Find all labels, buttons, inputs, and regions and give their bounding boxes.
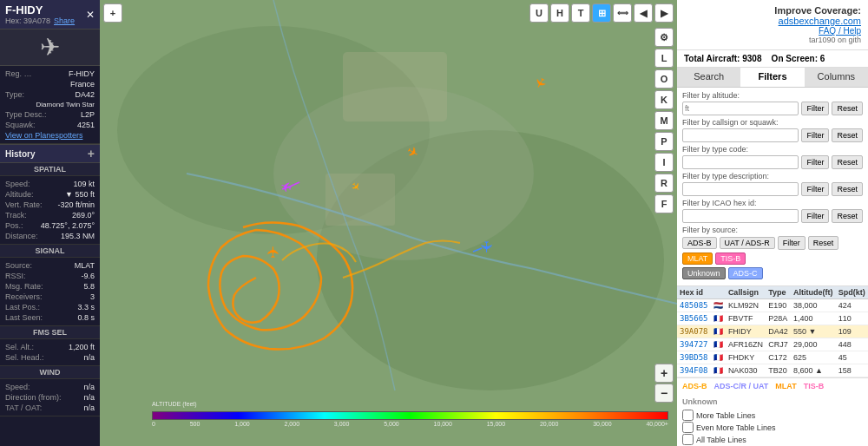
table-row[interactable]: 39BD58 🇫🇷 FHDKY C172 625 45 <box>677 351 868 364</box>
altitude-labels: 0 500 1,000 2,000 3,000 5,000 10,000 15,… <box>152 421 668 427</box>
icao-filter-button[interactable]: Filter <box>801 209 829 223</box>
table-row[interactable]: 394F08 🇫🇷 NAK030 TB20 8,600 ▲ 158 <box>677 364 868 377</box>
aircraft-purple-icon[interactable]: ✈ <box>279 177 295 196</box>
altitude-filter-button[interactable]: Filter <box>801 102 829 115</box>
aircraft-orange4-icon[interactable]: ✈ <box>348 179 365 194</box>
l-button[interactable]: L <box>654 49 674 68</box>
map-add-button[interactable]: + <box>103 3 122 23</box>
aircraft-hex: Hex: 39A078 <box>5 16 50 25</box>
cell-flag: 🇫🇷 <box>711 351 726 364</box>
map-toolbar-top: + <box>103 3 122 23</box>
map-attribution: © OpenStreetMap contributors. <box>584 435 674 443</box>
source-reset-button[interactable]: Reset <box>808 236 839 250</box>
cell-callsign: AFR16ZN <box>726 338 766 351</box>
f-button[interactable]: F <box>654 194 674 213</box>
all-lines-check[interactable] <box>682 434 694 445</box>
reg-value: F-HIDY <box>69 69 95 78</box>
adsb-source-chip[interactable]: ADS-B <box>682 237 717 249</box>
altitude-filter-row: Filter Reset <box>682 102 863 115</box>
cell-hex: 394727 <box>677 338 711 351</box>
planespotters-link[interactable]: View on Planespotters <box>5 131 82 140</box>
spatial-header: SPATIAL <box>0 163 100 176</box>
adsc-chip[interactable]: ADS-C <box>728 267 763 279</box>
type-code-filter-input[interactable] <box>682 155 799 169</box>
type-code-filter-label: Filter by type code: <box>682 145 863 154</box>
unknown-chip[interactable]: Unknown <box>682 267 726 279</box>
type-desc-filter-button[interactable]: Filter <box>801 182 829 196</box>
aircraft-orange3-icon[interactable]: ✈ <box>531 74 551 92</box>
k-button[interactable]: K <box>654 90 674 109</box>
altitude-filter-input[interactable] <box>682 102 799 115</box>
settings-button[interactable]: ⚙ <box>654 28 674 47</box>
source-filter-button[interactable]: Filter <box>778 236 806 250</box>
map-area[interactable]: ✈ ✈ ✈ ✈ ✈ ✈ + U H T ⊞ ⟺ ◀ ▶ ⚙ L O K M P … <box>100 0 677 446</box>
more-lines-checkbox[interactable]: More Table Lines <box>682 410 863 421</box>
aircraft-blue-icon[interactable]: ✈ <box>477 240 496 253</box>
table-row[interactable]: 485085 🇳🇱 KLM92N E190 38,000 424 <box>677 299 868 312</box>
tab-filters[interactable]: Filters <box>740 68 804 87</box>
zoom-out-button[interactable]: − <box>654 384 674 403</box>
tab-columns[interactable]: Columns <box>805 68 868 87</box>
mlat-chip[interactable]: MLAT <box>682 253 713 265</box>
close-button[interactable]: ✕ <box>86 9 95 21</box>
table-row[interactable]: 3B5665 🇫🇷 FBVTF P28A 1,400 110 <box>677 312 868 325</box>
cell-type: DA42 <box>766 325 791 338</box>
tab-search[interactable]: Search <box>677 68 740 87</box>
callsign-filter-button[interactable]: Filter <box>801 128 829 142</box>
track-label: Track: <box>5 211 27 220</box>
layers-button[interactable]: ⊞ <box>592 3 611 23</box>
cell-altitude: 1,400 <box>791 312 836 325</box>
vert-rate-label: Vert. Rate: <box>5 200 43 209</box>
type-desc-filter-input[interactable] <box>682 182 799 196</box>
callsign-filter-input[interactable] <box>682 128 799 142</box>
type-label: Type: <box>5 90 24 99</box>
cell-type: TB20 <box>766 364 791 377</box>
altitude-reset-button[interactable]: Reset <box>832 102 863 115</box>
cell-altitude: 550 ▼ <box>791 325 836 338</box>
zoom-in-button[interactable]: + <box>654 364 674 383</box>
even-more-lines-checkbox[interactable]: Even More Table Lines <box>682 422 863 433</box>
table-row[interactable]: 394727 🇫🇷 AFR16ZN CRJ7 29,000 448 <box>677 338 868 351</box>
svg-point-4 <box>273 87 534 260</box>
cell-speed: 448 <box>836 338 868 351</box>
adsbexchange-link[interactable]: adsbexchange.com <box>774 16 861 26</box>
type-code-filter-button[interactable]: Filter <box>801 155 829 169</box>
faq-link[interactable]: FAQ / Help <box>774 26 861 36</box>
i-button[interactable]: I <box>654 153 674 172</box>
callsign-reset-button[interactable]: Reset <box>832 128 863 142</box>
user-label: tar1090 on gith <box>774 36 861 44</box>
map-background-svg <box>100 0 677 446</box>
attribution-text: © OpenStreetMap contributors. <box>587 436 671 442</box>
more-lines-check[interactable] <box>682 410 694 421</box>
left-arrow-button[interactable]: ◀ <box>634 3 653 23</box>
fms-header: FMS SEL <box>0 326 100 339</box>
history-add-button[interactable]: + <box>88 148 95 160</box>
cell-flag: 🇳🇱 <box>711 299 726 312</box>
icao-filter-input[interactable] <box>682 209 799 223</box>
type-desc-reset-button[interactable]: Reset <box>832 182 863 196</box>
aircraft-orange2-icon[interactable]: ✈ <box>404 142 422 162</box>
sel-head-label: Sel. Head.: <box>5 353 44 362</box>
all-lines-checkbox[interactable]: All Table Lines <box>682 434 863 445</box>
tisb-chip[interactable]: TIS-B <box>715 253 746 265</box>
o-button[interactable]: O <box>654 69 674 89</box>
m-button[interactable]: M <box>654 111 674 130</box>
share-link[interactable]: Share <box>54 16 75 25</box>
uat-source-chip[interactable]: UAT / ADS-R <box>720 237 775 249</box>
right-arrow-button[interactable]: ▶ <box>654 3 674 23</box>
even-more-lines-check[interactable] <box>682 422 694 433</box>
wind-info: Speed: n/a Direction (from): n/a TAT / O… <box>0 379 100 416</box>
h-button[interactable]: H <box>550 3 569 23</box>
u-button[interactable]: U <box>529 3 549 23</box>
r-button[interactable]: R <box>654 174 674 193</box>
p-button[interactable]: P <box>654 132 674 151</box>
table-row[interactable]: 39A078 🇫🇷 FHIDY DA42 550 ▼ 109 <box>677 325 868 338</box>
arrows-button[interactable]: ⟺ <box>613 3 632 23</box>
aircraft-fhidy-icon[interactable]: ✈ <box>264 246 283 259</box>
type-code-reset-button[interactable]: Reset <box>832 155 863 169</box>
adscr-legend: ADS-C/R / UAT <box>714 382 769 390</box>
squawk-label: Squawk: <box>5 121 36 129</box>
t-button[interactable]: T <box>571 3 590 23</box>
icao-reset-button[interactable]: Reset <box>832 209 863 223</box>
col-hex: Hex id <box>677 286 711 299</box>
